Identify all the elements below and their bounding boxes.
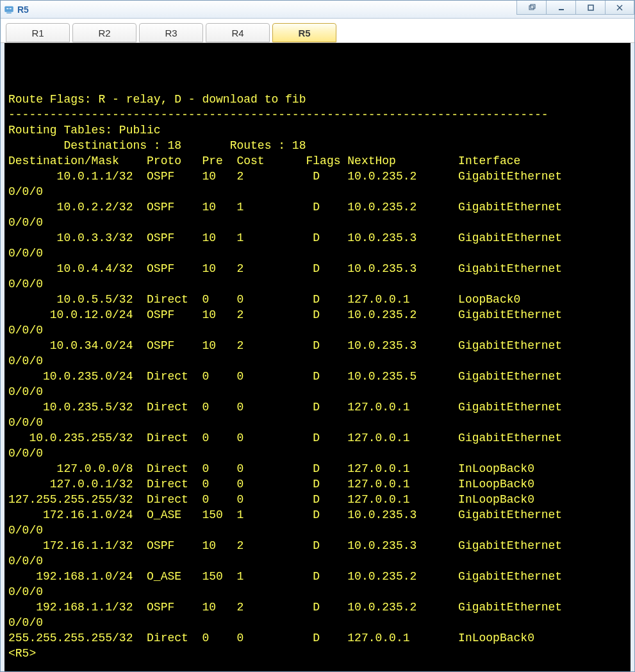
terminal-output[interactable]: Route Flags: R - relay, D - download to … (1, 43, 634, 671)
window-controls (516, 1, 634, 18)
dash-line: ----------------------------------------… (8, 107, 628, 122)
route-row: 10.0.2.2/32 OSPF 10 1 D 10.0.235.2 Gigab… (8, 199, 628, 215)
route-row-wrap: 0/0/0 (8, 615, 628, 630)
route-row-wrap: 0/0/0 (8, 276, 628, 292)
route-row: 255.255.255.255/32 Direct 0 0 D 127.0.0.… (8, 630, 628, 646)
route-row: 172.16.1.1/32 OSPF 10 2 D 10.0.235.3 Gig… (8, 538, 628, 553)
route-row: 10.0.12.0/24 OSPF 10 2 D 10.0.235.2 Giga… (8, 307, 628, 323)
tab-r3[interactable]: R3 (139, 23, 203, 42)
route-row: 192.168.1.1/32 OSPF 10 2 D 10.0.235.2 Gi… (8, 600, 628, 615)
tab-r4[interactable]: R4 (206, 23, 270, 42)
svg-rect-3 (529, 6, 534, 10)
titlebar: R5 (1, 1, 634, 19)
close-button[interactable] (605, 1, 634, 15)
tab-label: R3 (165, 28, 177, 38)
svg-rect-0 (4, 6, 13, 12)
restore-button[interactable] (516, 1, 546, 15)
route-row-wrap: 0/0/0 (8, 246, 628, 261)
svg-rect-2 (10, 8, 12, 9)
tab-label: R5 (298, 28, 310, 38)
route-row-wrap: 0/0/0 (8, 184, 628, 199)
route-row: 10.0.235.5/32 Direct 0 0 D 127.0.0.1 Gig… (8, 399, 628, 415)
route-row-wrap: 0/0/0 (8, 384, 628, 399)
route-row: 10.0.235.0/24 Direct 0 0 D 10.0.235.5 Gi… (8, 369, 628, 384)
route-row: 192.168.1.0/24 O_ASE 150 1 D 10.0.235.2 … (8, 569, 628, 584)
route-row-wrap: 0/0/0 (8, 523, 628, 538)
route-flags-line: Route Flags: R - relay, D - download to … (8, 92, 628, 107)
tab-r1[interactable]: R1 (6, 23, 70, 42)
route-row-wrap: 0/0/0 (8, 553, 628, 569)
tab-label: R4 (231, 28, 243, 38)
route-row: 172.16.1.0/24 O_ASE 150 1 D 10.0.235.3 G… (8, 507, 628, 523)
minimize-button[interactable] (546, 1, 575, 15)
tab-r2[interactable]: R2 (72, 23, 136, 42)
tab-r5[interactable]: R5 (272, 23, 336, 42)
window-title: R5 (17, 4, 516, 15)
route-row-wrap: 0/0/0 (8, 446, 628, 461)
tabstrip: R1R2R3R4R5 (1, 19, 634, 43)
routing-tables-line: Routing Tables: Public (8, 122, 628, 138)
svg-rect-6 (588, 5, 593, 10)
route-row: 10.0.4.4/32 OSPF 10 2 D 10.0.235.3 Gigab… (8, 261, 628, 276)
destinations-line: Destinations : 18 Routes : 18 (8, 138, 628, 153)
tab-label: R2 (98, 28, 110, 38)
route-row-wrap: 0/0/0 (8, 584, 628, 600)
app-icon (3, 4, 15, 15)
route-row-wrap: 0/0/0 (8, 323, 628, 338)
route-row-wrap: 0/0/0 (8, 415, 628, 430)
route-row: 127.0.0.1/32 Direct 0 0 D 127.0.0.1 InLo… (8, 476, 628, 492)
route-row: 10.0.235.255/32 Direct 0 0 D 127.0.0.1 G… (8, 430, 628, 446)
table-header: Destination/Mask Proto Pre Cost Flags Ne… (8, 153, 628, 169)
route-row: 127.255.255.255/32 Direct 0 0 D 127.0.0.… (8, 492, 628, 507)
svg-rect-1 (6, 8, 8, 9)
route-row: 10.0.3.3/32 OSPF 10 1 D 10.0.235.3 Gigab… (8, 230, 628, 246)
svg-rect-4 (531, 4, 535, 8)
terminal-prompt: <R5> (8, 646, 628, 661)
route-row-wrap: 0/0/0 (8, 215, 628, 230)
route-row-wrap: 0/0/0 (8, 353, 628, 369)
route-row: 10.0.5.5/32 Direct 0 0 D 127.0.0.1 LoopB… (8, 292, 628, 307)
route-row: 10.0.34.0/24 OSPF 10 2 D 10.0.235.3 Giga… (8, 338, 628, 353)
route-row: 10.0.1.1/32 OSPF 10 2 D 10.0.235.2 Gigab… (8, 169, 628, 184)
app-window: R5 R1R2R3R4R5 Route Flags: R - relay, D … (0, 0, 635, 672)
maximize-button[interactable] (575, 1, 605, 15)
tab-label: R1 (31, 28, 44, 38)
route-row: 127.0.0.0/8 Direct 0 0 D 127.0.0.1 InLoo… (8, 461, 628, 476)
